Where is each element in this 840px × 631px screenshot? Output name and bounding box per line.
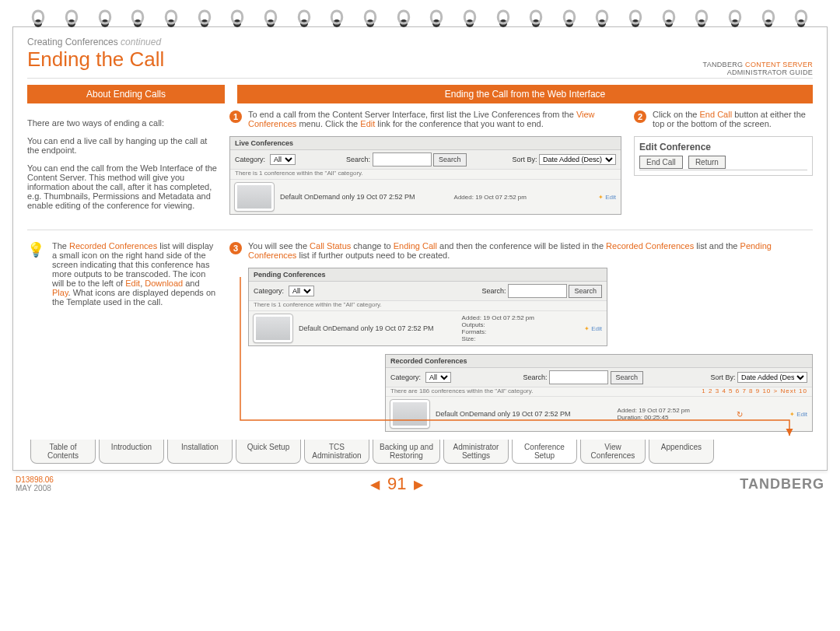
pending-row: Default OnDemand only 19 Oct 07 2:52 PM … [249, 310, 607, 345]
recorded-pager[interactable]: 1 2 3 4 5 6 7 8 9 10 > Next 10 [702, 387, 807, 394]
end-call-button[interactable]: End Call [639, 156, 683, 169]
nav-tab[interactable]: Appendices [649, 440, 714, 464]
live-row: Default OnDemand only 19 Oct 07 2:52 PM … [230, 179, 621, 214]
next-page-icon[interactable]: ▶ [414, 477, 423, 492]
page-sheet: Creating Conferences continued Ending th… [12, 26, 828, 471]
nav-tab[interactable]: Backing up andRestoring [373, 440, 440, 464]
breadcrumb: Creating Conferences continued [27, 37, 164, 47]
nav-tab[interactable]: ViewConferences [580, 440, 646, 464]
live-sort-select[interactable]: Date Added (Desc) [539, 154, 616, 165]
live-conferences-panel: Live Conferences Category: All Search: S… [229, 136, 621, 215]
step-1: 1 To end a call from the Content Server … [229, 110, 621, 128]
live-title: Live Conferences [230, 137, 621, 150]
page-number: 91 [387, 474, 406, 494]
thumbnail-icon [235, 183, 274, 211]
brand-logo: TANDBERG [740, 476, 824, 493]
pending-edit-link[interactable]: Edit [584, 325, 602, 332]
recorded-category-select[interactable]: All [425, 372, 451, 383]
about-text-block: There are two ways of ending a call: You… [27, 110, 217, 219]
step-3-text: You will see the Call Status change to E… [248, 241, 813, 260]
page-navigator: ◀ 91 ▶ [370, 474, 423, 494]
recorded-row: Default OnDemand only 19 Oct 07 2:52 PM … [386, 396, 812, 431]
live-category-select[interactable]: All [270, 154, 296, 165]
section-banner-about: About Ending Calls [27, 85, 225, 103]
recorded-sort-select[interactable]: Date Added (Desc) [737, 372, 807, 383]
nav-tab[interactable]: Table ofContents [30, 440, 96, 464]
recorded-conferences-panel: Recorded Conferences Category: All Searc… [385, 354, 813, 432]
live-search-button[interactable]: Search [433, 153, 467, 167]
recorded-search-input[interactable] [549, 370, 608, 384]
step-1-text: To end a call from the Content Server In… [248, 110, 621, 128]
edit-conference-panel: Edit Conference End Call Return [634, 136, 813, 176]
step-number-1: 1 [229, 110, 242, 123]
nav-tab[interactable]: Introduction [99, 440, 164, 464]
section-banner-webinterface: Ending the Call from the Web Interface [237, 85, 813, 103]
pending-search-button[interactable]: Search [569, 285, 602, 298]
nav-tab[interactable]: Installation [167, 440, 233, 464]
nav-tabs: Table ofContentsIntroductionInstallation… [27, 440, 813, 464]
page-title: Ending the Call [27, 47, 164, 72]
pending-search-input[interactable] [508, 284, 567, 298]
prev-page-icon[interactable]: ◀ [370, 477, 380, 492]
step-number-3: 3 [229, 242, 242, 254]
nav-tab[interactable]: ConferenceSetup [512, 440, 577, 464]
recorded-search-button[interactable]: Search [611, 371, 644, 384]
step-3: 3 You will see the Call Status change to… [229, 241, 813, 260]
step-number-2: 2 [634, 110, 646, 123]
pending-conferences-panel: Pending Conferences Category: All Search… [248, 268, 607, 346]
thumbnail-icon [254, 314, 292, 342]
recorded-edit-link[interactable]: Edit [789, 411, 807, 418]
nav-tab[interactable]: Quick Setup [236, 440, 301, 464]
live-search-input[interactable] [373, 152, 432, 167]
tip-block: 💡 The Recorded Conferences list will dis… [27, 241, 217, 307]
lightbulb-icon: 💡 [27, 241, 44, 307]
live-edit-link[interactable]: Edit [598, 194, 616, 201]
step-2-text: Click on the End Call button at either t… [653, 110, 813, 128]
nav-tab[interactable]: TCSAdministration [304, 440, 369, 464]
document-brand-header: TANDBERG CONTENT SERVER ADMINISTRATOR GU… [703, 61, 813, 76]
return-button[interactable]: Return [688, 156, 726, 169]
spiral-binding: // rings rendered below after data load?… [0, 0, 840, 26]
document-number: D13898.06 MAY 2008 [16, 475, 54, 493]
pending-category-select[interactable]: All [289, 286, 314, 296]
transcode-pending-icon: ↻ [737, 410, 743, 419]
thumbnail-icon [390, 400, 429, 428]
step-2: 2 Click on the End Call button at either… [634, 110, 813, 128]
nav-tab[interactable]: AdministratorSettings [443, 440, 509, 464]
